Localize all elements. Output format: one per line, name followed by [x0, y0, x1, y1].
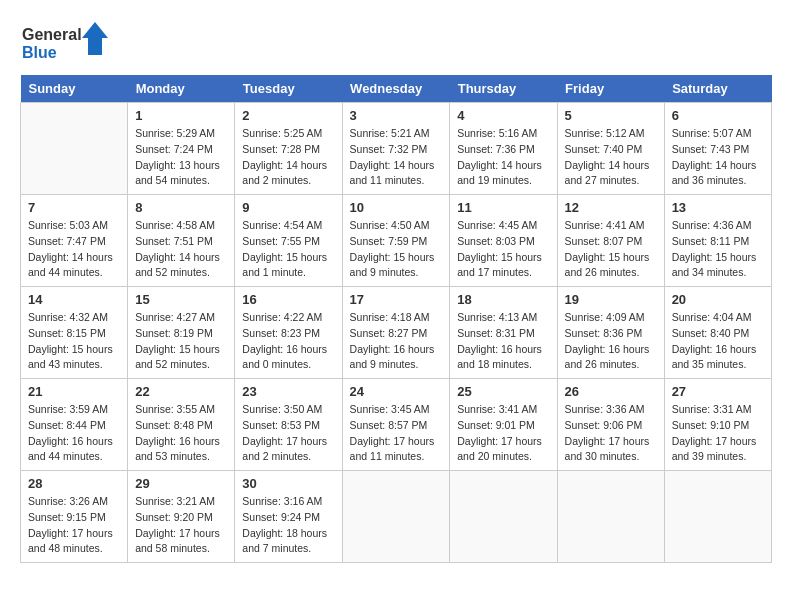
day-info: Sunrise: 3:36 AMSunset: 9:06 PMDaylight:…: [565, 402, 657, 465]
day-info: Sunrise: 5:07 AMSunset: 7:43 PMDaylight:…: [672, 126, 764, 189]
calendar-cell: 23Sunrise: 3:50 AMSunset: 8:53 PMDayligh…: [235, 379, 342, 471]
day-info: Sunrise: 4:18 AMSunset: 8:27 PMDaylight:…: [350, 310, 443, 373]
day-info: Sunrise: 4:04 AMSunset: 8:40 PMDaylight:…: [672, 310, 764, 373]
day-number: 30: [242, 476, 334, 491]
day-info: Sunrise: 4:22 AMSunset: 8:23 PMDaylight:…: [242, 310, 334, 373]
day-number: 4: [457, 108, 549, 123]
day-number: 10: [350, 200, 443, 215]
calendar-cell: [664, 471, 771, 563]
day-number: 29: [135, 476, 227, 491]
day-info: Sunrise: 4:09 AMSunset: 8:36 PMDaylight:…: [565, 310, 657, 373]
calendar-cell: 15Sunrise: 4:27 AMSunset: 8:19 PMDayligh…: [128, 287, 235, 379]
day-info: Sunrise: 5:03 AMSunset: 7:47 PMDaylight:…: [28, 218, 120, 281]
calendar-cell: 19Sunrise: 4:09 AMSunset: 8:36 PMDayligh…: [557, 287, 664, 379]
calendar-cell: [21, 103, 128, 195]
calendar-cell: 2Sunrise: 5:25 AMSunset: 7:28 PMDaylight…: [235, 103, 342, 195]
day-number: 3: [350, 108, 443, 123]
day-number: 25: [457, 384, 549, 399]
logo: General Blue: [20, 20, 110, 65]
day-info: Sunrise: 3:50 AMSunset: 8:53 PMDaylight:…: [242, 402, 334, 465]
calendar-cell: [342, 471, 450, 563]
day-info: Sunrise: 4:36 AMSunset: 8:11 PMDaylight:…: [672, 218, 764, 281]
calendar-cell: 21Sunrise: 3:59 AMSunset: 8:44 PMDayligh…: [21, 379, 128, 471]
day-info: Sunrise: 4:32 AMSunset: 8:15 PMDaylight:…: [28, 310, 120, 373]
day-number: 12: [565, 200, 657, 215]
day-info: Sunrise: 5:21 AMSunset: 7:32 PMDaylight:…: [350, 126, 443, 189]
day-info: Sunrise: 3:59 AMSunset: 8:44 PMDaylight:…: [28, 402, 120, 465]
day-number: 5: [565, 108, 657, 123]
day-info: Sunrise: 3:26 AMSunset: 9:15 PMDaylight:…: [28, 494, 120, 557]
calendar-cell: 29Sunrise: 3:21 AMSunset: 9:20 PMDayligh…: [128, 471, 235, 563]
calendar-cell: [557, 471, 664, 563]
day-number: 24: [350, 384, 443, 399]
day-number: 22: [135, 384, 227, 399]
page-header: General Blue: [20, 20, 772, 65]
day-number: 11: [457, 200, 549, 215]
day-info: Sunrise: 3:55 AMSunset: 8:48 PMDaylight:…: [135, 402, 227, 465]
calendar-cell: 10Sunrise: 4:50 AMSunset: 7:59 PMDayligh…: [342, 195, 450, 287]
day-info: Sunrise: 3:21 AMSunset: 9:20 PMDaylight:…: [135, 494, 227, 557]
calendar-week-row: 1Sunrise: 5:29 AMSunset: 7:24 PMDaylight…: [21, 103, 772, 195]
calendar-cell: 14Sunrise: 4:32 AMSunset: 8:15 PMDayligh…: [21, 287, 128, 379]
calendar-week-row: 14Sunrise: 4:32 AMSunset: 8:15 PMDayligh…: [21, 287, 772, 379]
weekday-header-friday: Friday: [557, 75, 664, 103]
calendar-cell: 20Sunrise: 4:04 AMSunset: 8:40 PMDayligh…: [664, 287, 771, 379]
calendar-cell: 5Sunrise: 5:12 AMSunset: 7:40 PMDaylight…: [557, 103, 664, 195]
weekday-header-thursday: Thursday: [450, 75, 557, 103]
day-info: Sunrise: 5:29 AMSunset: 7:24 PMDaylight:…: [135, 126, 227, 189]
day-info: Sunrise: 4:27 AMSunset: 8:19 PMDaylight:…: [135, 310, 227, 373]
calendar-cell: 26Sunrise: 3:36 AMSunset: 9:06 PMDayligh…: [557, 379, 664, 471]
calendar-cell: 6Sunrise: 5:07 AMSunset: 7:43 PMDaylight…: [664, 103, 771, 195]
calendar-cell: 12Sunrise: 4:41 AMSunset: 8:07 PMDayligh…: [557, 195, 664, 287]
day-number: 19: [565, 292, 657, 307]
day-number: 17: [350, 292, 443, 307]
day-number: 7: [28, 200, 120, 215]
logo-svg: General Blue: [20, 20, 110, 65]
calendar-cell: 8Sunrise: 4:58 AMSunset: 7:51 PMDaylight…: [128, 195, 235, 287]
day-number: 15: [135, 292, 227, 307]
calendar-cell: 9Sunrise: 4:54 AMSunset: 7:55 PMDaylight…: [235, 195, 342, 287]
day-number: 16: [242, 292, 334, 307]
calendar-cell: 16Sunrise: 4:22 AMSunset: 8:23 PMDayligh…: [235, 287, 342, 379]
calendar-cell: 3Sunrise: 5:21 AMSunset: 7:32 PMDaylight…: [342, 103, 450, 195]
calendar-cell: 11Sunrise: 4:45 AMSunset: 8:03 PMDayligh…: [450, 195, 557, 287]
day-number: 6: [672, 108, 764, 123]
calendar-cell: 7Sunrise: 5:03 AMSunset: 7:47 PMDaylight…: [21, 195, 128, 287]
day-number: 2: [242, 108, 334, 123]
day-number: 14: [28, 292, 120, 307]
day-number: 26: [565, 384, 657, 399]
weekday-header-monday: Monday: [128, 75, 235, 103]
day-info: Sunrise: 3:41 AMSunset: 9:01 PMDaylight:…: [457, 402, 549, 465]
calendar-cell: 17Sunrise: 4:18 AMSunset: 8:27 PMDayligh…: [342, 287, 450, 379]
weekday-header-wednesday: Wednesday: [342, 75, 450, 103]
calendar-cell: 4Sunrise: 5:16 AMSunset: 7:36 PMDaylight…: [450, 103, 557, 195]
svg-text:General: General: [22, 26, 82, 43]
weekday-header-sunday: Sunday: [21, 75, 128, 103]
weekday-header-saturday: Saturday: [664, 75, 771, 103]
calendar-cell: [450, 471, 557, 563]
calendar-cell: 28Sunrise: 3:26 AMSunset: 9:15 PMDayligh…: [21, 471, 128, 563]
calendar-cell: 27Sunrise: 3:31 AMSunset: 9:10 PMDayligh…: [664, 379, 771, 471]
calendar-week-row: 28Sunrise: 3:26 AMSunset: 9:15 PMDayligh…: [21, 471, 772, 563]
svg-marker-2: [82, 22, 108, 55]
day-number: 8: [135, 200, 227, 215]
day-number: 13: [672, 200, 764, 215]
day-number: 20: [672, 292, 764, 307]
calendar-week-row: 21Sunrise: 3:59 AMSunset: 8:44 PMDayligh…: [21, 379, 772, 471]
calendar-cell: 18Sunrise: 4:13 AMSunset: 8:31 PMDayligh…: [450, 287, 557, 379]
day-number: 28: [28, 476, 120, 491]
weekday-header-row: SundayMondayTuesdayWednesdayThursdayFrid…: [21, 75, 772, 103]
day-info: Sunrise: 5:12 AMSunset: 7:40 PMDaylight:…: [565, 126, 657, 189]
day-number: 23: [242, 384, 334, 399]
calendar-week-row: 7Sunrise: 5:03 AMSunset: 7:47 PMDaylight…: [21, 195, 772, 287]
day-number: 18: [457, 292, 549, 307]
day-info: Sunrise: 4:50 AMSunset: 7:59 PMDaylight:…: [350, 218, 443, 281]
day-info: Sunrise: 5:25 AMSunset: 7:28 PMDaylight:…: [242, 126, 334, 189]
calendar-cell: 25Sunrise: 3:41 AMSunset: 9:01 PMDayligh…: [450, 379, 557, 471]
day-info: Sunrise: 4:13 AMSunset: 8:31 PMDaylight:…: [457, 310, 549, 373]
weekday-header-tuesday: Tuesday: [235, 75, 342, 103]
calendar-cell: 1Sunrise: 5:29 AMSunset: 7:24 PMDaylight…: [128, 103, 235, 195]
day-info: Sunrise: 5:16 AMSunset: 7:36 PMDaylight:…: [457, 126, 549, 189]
day-info: Sunrise: 3:31 AMSunset: 9:10 PMDaylight:…: [672, 402, 764, 465]
day-number: 9: [242, 200, 334, 215]
